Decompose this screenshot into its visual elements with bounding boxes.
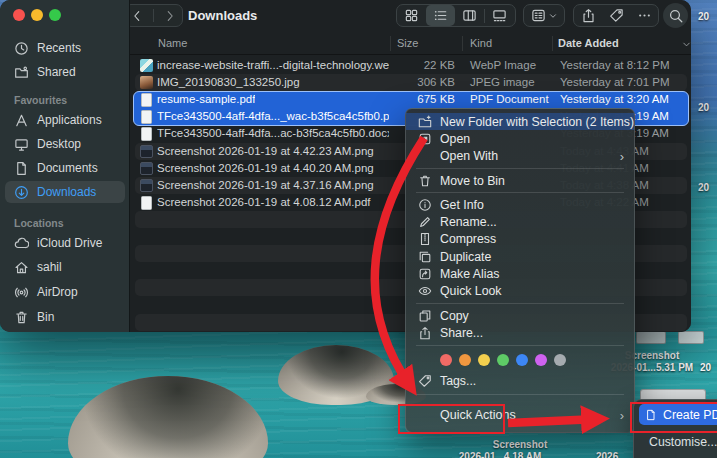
file-name: Screenshot 2026-01-19 at 4.42.23 AM.png: [157, 145, 374, 157]
sidebar-item-desktop[interactable]: Desktop: [5, 133, 125, 155]
column-header-size[interactable]: Size: [397, 37, 418, 49]
tag-red[interactable]: [440, 354, 452, 366]
boulder-large: [68, 376, 268, 458]
column-view-icon[interactable]: [455, 5, 484, 26]
tag-purple[interactable]: [535, 354, 547, 366]
sort-chevron-icon[interactable]: [681, 39, 692, 50]
file-date: Yesterday at 3:20 AM: [560, 93, 669, 105]
tag-grey[interactable]: [554, 354, 566, 366]
menu-item-make-alias[interactable]: Make Alias: [406, 265, 634, 282]
desktop-file-icon[interactable]: [678, 331, 704, 344]
jpeg-thumbnail-icon: [140, 76, 153, 89]
tag-orange[interactable]: [459, 354, 471, 366]
menu-divider: [416, 345, 624, 346]
alias-icon: [418, 267, 432, 281]
sidebar-item-icloud-drive[interactable]: iCloud Drive: [5, 232, 125, 254]
share-icon[interactable]: [581, 8, 596, 23]
menu-item-label: Open With: [440, 149, 498, 163]
zoom-button[interactable]: [49, 9, 61, 21]
sidebar-item-documents[interactable]: Documents: [5, 157, 125, 179]
sidebar-item-home[interactable]: sahil: [5, 256, 125, 278]
back-icon[interactable]: [130, 9, 144, 23]
desktop-file-label: Screenshot: [460, 439, 580, 450]
desktop-file-label: 20: [698, 11, 709, 22]
menu-divider: [416, 303, 624, 304]
file-kind: WebP Image: [470, 59, 536, 71]
menu-item-tags[interactable]: Tags...: [406, 371, 634, 391]
grid-view-icon[interactable]: [397, 5, 426, 26]
menu-item-new-folder-with-selection[interactable]: New Folder with Selection (2 Items): [406, 113, 634, 130]
file-row-selected[interactable]: resume-sample.pdf 675 KB PDF Document Ye…: [130, 91, 690, 108]
menu-item-get-info[interactable]: Get Info: [406, 196, 634, 213]
sidebar-section-favourites: Favourites: [14, 94, 67, 106]
file-date: Yesterday at 8:12 PM: [560, 59, 670, 71]
file-row[interactable]: increase-website-traffi...-digital-techn…: [130, 57, 690, 74]
tags-icon: [418, 374, 432, 388]
new-folder-icon: [418, 115, 432, 129]
sidebar-item-applications[interactable]: Applications: [5, 109, 125, 131]
minimize-button[interactable]: [31, 9, 43, 21]
menu-item-label: Tags...: [440, 374, 476, 388]
desktop-file-icon[interactable]: [636, 331, 666, 344]
bin-icon: [418, 174, 432, 188]
tag-icon[interactable]: [609, 8, 624, 23]
file-size: 22 KB: [365, 59, 455, 71]
file-kind: PDF Document: [470, 93, 549, 105]
column-header-name[interactable]: Name: [158, 37, 187, 49]
chevron-down-icon: [548, 11, 558, 21]
sidebar-item-recents[interactable]: Recents: [5, 37, 125, 59]
clock-icon: [14, 41, 29, 56]
tag-green[interactable]: [497, 354, 509, 366]
list-view-icon[interactable]: [426, 5, 455, 26]
group-by-control[interactable]: [523, 4, 565, 27]
sidebar-item-airdrop[interactable]: AirDrop: [5, 281, 125, 303]
gallery-view-icon[interactable]: [485, 5, 514, 26]
png-thumbnail-icon: [140, 179, 153, 192]
sidebar-item-bin[interactable]: Bin: [5, 306, 125, 328]
pdf-document-icon: [141, 93, 152, 107]
column-header-date-added[interactable]: Date Added: [558, 37, 619, 49]
menu-item-quick-look[interactable]: Quick Look: [406, 283, 634, 300]
menu-item-open-with[interactable]: Open With ›: [406, 148, 634, 165]
file-row[interactable]: IMG_20190830_133250.jpg 306 KB JPEG imag…: [130, 74, 690, 91]
info-icon: [418, 198, 432, 212]
forward-icon[interactable]: [163, 9, 177, 23]
menu-item-move-to-bin[interactable]: Move to Bin: [406, 172, 634, 189]
menu-item-compress[interactable]: Compress: [406, 231, 634, 248]
submenu-chevron-icon: ›: [620, 149, 624, 164]
file-size: 306 KB: [365, 76, 455, 88]
sidebar-item-downloads[interactable]: Downloads: [5, 181, 125, 203]
desktop-file-label: 2026: [596, 451, 618, 458]
menu-item-open[interactable]: Open: [406, 130, 634, 147]
customise-menu-item[interactable]: Customise...: [639, 432, 717, 452]
rename-icon: [418, 215, 432, 229]
menu-item-duplicate[interactable]: Duplicate: [406, 248, 634, 265]
file-kind: JPEG image: [470, 76, 535, 88]
desktop-file-label: 20: [698, 182, 709, 193]
sidebar-item-label: Bin: [37, 310, 54, 324]
menu-item-label: Move to Bin: [440, 174, 505, 188]
menu-divider: [416, 168, 624, 169]
ellipsis-icon[interactable]: [637, 8, 652, 23]
desktop-file-label: 20: [698, 102, 709, 113]
menu-item-label: Make Alias: [440, 267, 499, 281]
submenu-chevron-icon: ›: [620, 408, 624, 423]
tag-yellow[interactable]: [478, 354, 490, 366]
file-name: TFce343500-4aff-4dfa..._wac-b3f5ca4c5fb0…: [157, 110, 389, 122]
menu-item-copy[interactable]: Copy: [406, 307, 634, 324]
open-icon: [418, 132, 432, 146]
menu-item-share[interactable]: Share...: [406, 324, 634, 341]
file-date: Yesterday at 7:01 PM: [560, 76, 670, 88]
search-button[interactable]: [663, 3, 688, 28]
close-button[interactable]: [13, 9, 25, 21]
tag-blue[interactable]: [516, 354, 528, 366]
sidebar-item-shared[interactable]: Shared: [5, 61, 125, 83]
column-header-kind[interactable]: Kind: [470, 37, 492, 49]
file-name: TFce343500-4aff-4dfa...ac-b3f5ca4c5fb0.d…: [157, 127, 389, 139]
tag-color-row: [406, 349, 634, 371]
copy-icon: [418, 309, 432, 323]
menu-item-label: Copy: [440, 309, 469, 323]
window-title: Downloads: [188, 8, 257, 23]
file-name: Screenshot 2026-01-19 at 4.08.12 AM.pdf: [157, 196, 371, 208]
menu-item-rename[interactable]: Rename...: [406, 213, 634, 230]
